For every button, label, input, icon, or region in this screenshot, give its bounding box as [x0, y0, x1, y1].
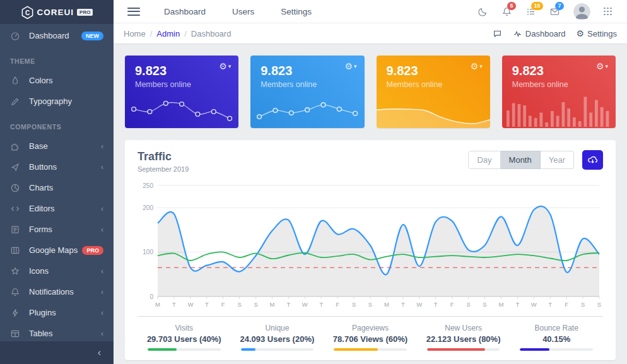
gear-icon: ⚙	[471, 61, 479, 71]
header-top-row: Dashboard Users Settings 5 15	[114, 0, 627, 23]
moon-icon[interactable]	[478, 6, 488, 17]
breadcrumb-dashboard-label: Dashboard	[525, 29, 566, 38]
tasks-count-badge: 15	[531, 2, 543, 10]
notes-icon	[10, 225, 20, 235]
sidebar-item-tables[interactable]: Tables‹	[0, 323, 114, 341]
svg-text:F: F	[336, 301, 339, 308]
range-button-month[interactable]: Month	[501, 151, 541, 169]
chevron-icon: ‹	[101, 225, 103, 234]
range-button-day[interactable]: Day	[468, 151, 500, 169]
widget-settings-dropdown[interactable]: ⚙▾	[219, 61, 231, 71]
sidebar-item-colors[interactable]: Colors	[0, 70, 114, 91]
stat-label: Unique	[231, 324, 324, 332]
sidebar-item-icons[interactable]: Icons‹	[0, 261, 114, 281]
caret-down-icon: ▾	[479, 63, 483, 69]
members-online-card-3: 9.823Members online⚙▾	[377, 56, 490, 128]
breadcrumb-settings-link[interactable]: ⚙ Settings	[576, 29, 617, 38]
svg-text:T: T	[286, 301, 290, 308]
stat-progress	[520, 348, 593, 351]
widget-settings-dropdown[interactable]: ⚙▾	[344, 61, 356, 71]
sidebar-item-forms[interactable]: Forms‹	[0, 219, 114, 240]
pulse-icon	[513, 29, 522, 38]
chevron-icon: ‹	[101, 329, 103, 338]
sidebar-minimizer[interactable]: ‹	[0, 341, 114, 364]
sidebar-item-editors[interactable]: Editors‹	[0, 198, 114, 219]
sidebar-item-notifications[interactable]: Notifications‹	[0, 281, 114, 302]
stat-progress	[334, 348, 407, 351]
members-online-card-1: 9.823Members online⚙▾	[125, 56, 238, 128]
main-area: Dashboard Users Settings 5 15	[114, 0, 627, 364]
widget-label: Members online	[125, 78, 238, 89]
sidebar-item-label: Forms	[29, 225, 52, 234]
top-nav-settings[interactable]: Settings	[281, 7, 312, 16]
stat-value: 24.093 Users (20%)	[231, 334, 324, 344]
top-nav-dashboard[interactable]: Dashboard	[164, 7, 206, 16]
breadcrumb-actions: Dashboard ⚙ Settings	[493, 29, 617, 38]
stat-unique: Unique24.093 Users (20%)	[231, 324, 324, 351]
sidebar-item-base[interactable]: Base‹	[0, 136, 114, 156]
cloud-download-icon	[587, 155, 598, 165]
tasks-icon[interactable]: 15	[525, 6, 536, 17]
table-icon	[10, 329, 20, 339]
bell-count-badge: 5	[507, 2, 516, 10]
svg-text:M: M	[384, 301, 389, 308]
svg-text:F: F	[565, 301, 568, 308]
caret-down-icon: ▾	[228, 63, 231, 69]
svg-text:M: M	[270, 301, 275, 308]
sidebar-item-buttons[interactable]: Buttons‹	[0, 156, 114, 177]
stat-visits: Visits29.703 Users (40%)	[138, 324, 231, 351]
svg-text:S: S	[581, 301, 585, 308]
breadcrumb-admin[interactable]: Admin	[156, 29, 180, 38]
chevron-icon: ‹	[101, 288, 103, 296]
sidebar-item-typography[interactable]: Typography	[0, 91, 114, 112]
sidebar-item-label: Plugins	[29, 308, 56, 317]
chat-icon[interactable]	[493, 29, 502, 38]
svg-text:T: T	[434, 301, 438, 308]
breadcrumb-home[interactable]: Home	[124, 29, 146, 38]
stat-progress	[427, 348, 500, 351]
bell-icon[interactable]: 5	[501, 6, 512, 17]
svg-text:T: T	[205, 301, 209, 308]
breadcrumb-dashboard-link[interactable]: Dashboard	[513, 29, 566, 38]
stat-progress	[148, 348, 221, 351]
caret-down-icon: ▾	[605, 63, 608, 69]
cursor-icon	[10, 162, 20, 172]
top-nav-users[interactable]: Users	[232, 7, 254, 16]
svg-text:S: S	[368, 301, 372, 308]
stat-progress	[241, 348, 314, 351]
star-icon	[10, 266, 20, 276]
stat-label: Visits	[138, 324, 231, 332]
sidebar-item-label: Tables	[29, 329, 53, 338]
range-button-year[interactable]: Year	[541, 151, 574, 169]
stat-new-users: New Users22.123 Users (80%)	[417, 324, 510, 351]
gear-icon: ⚙	[219, 61, 227, 71]
stat-bounce-rate: Bounce Rate40.15%	[510, 324, 603, 351]
chart-pie-icon	[10, 183, 20, 193]
stat-label: New Users	[417, 324, 510, 332]
sidebar-item-label: Icons	[29, 266, 49, 276]
sidebar-item-plugins[interactable]: Plugins‹	[0, 302, 114, 323]
svg-text:0: 0	[149, 293, 153, 300]
widget-settings-dropdown[interactable]: ⚙▾	[596, 61, 608, 71]
sidebar-badge-pro: PRO	[82, 246, 103, 255]
traffic-card: Traffic September 2019 DayMonthYear	[125, 140, 616, 360]
sidebar-item-dashboard[interactable]: DashboardNEW	[0, 25, 114, 46]
content: 9.823Members online⚙▾9.823Members online…	[114, 44, 627, 364]
svg-text:T: T	[548, 301, 552, 308]
avatar[interactable]	[573, 3, 590, 20]
svg-text:T: T	[172, 301, 176, 308]
sidebar-item-charts[interactable]: Charts	[0, 177, 114, 198]
widget-sparkline-chart	[125, 89, 238, 128]
sidebar-item-google-maps[interactable]: Google MapsPRO	[0, 240, 114, 261]
brand-name: COREUI	[37, 8, 74, 17]
apps-grid-icon[interactable]	[604, 8, 612, 16]
envelope-icon[interactable]: 7	[549, 6, 560, 17]
widget-settings-dropdown[interactable]: ⚙▾	[471, 61, 483, 71]
traffic-actions: DayMonthYear	[468, 150, 603, 170]
hamburger-menu-icon[interactable]	[127, 5, 140, 18]
sidebar-item-label: Editors	[29, 204, 54, 213]
brand[interactable]: C COREUI PRO	[0, 0, 114, 24]
widget-label: Members online	[502, 78, 616, 89]
download-button[interactable]	[582, 150, 603, 170]
chevron-icon: ‹	[101, 204, 103, 213]
